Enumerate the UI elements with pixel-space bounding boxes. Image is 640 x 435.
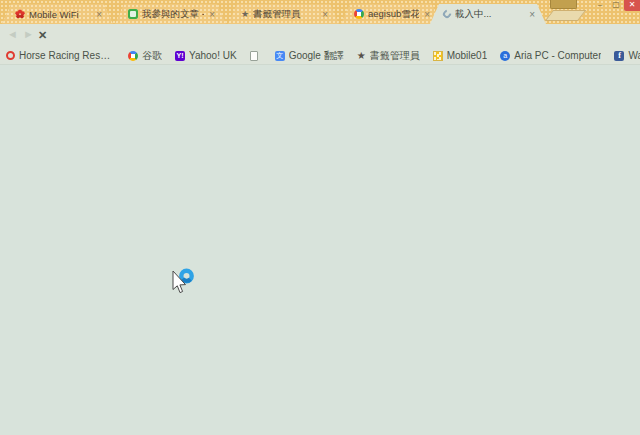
bookmark-google[interactable]: 谷歌 bbox=[128, 49, 162, 63]
bookmark-label: Aria PC - Computer bbox=[514, 50, 601, 61]
tab-loading-active[interactable]: 載入中... × bbox=[430, 4, 546, 24]
back-icon[interactable]: ◄ bbox=[7, 28, 18, 40]
close-button[interactable]: ✕ bbox=[624, 0, 640, 11]
bookmark-label: Wai Yuen bbox=[628, 50, 640, 61]
aria-pc-icon: a bbox=[500, 51, 510, 61]
tab-close-icon[interactable]: × bbox=[321, 9, 329, 20]
tab-title: aegisub雪花特效 bbox=[368, 8, 419, 21]
google-g-icon bbox=[354, 9, 364, 19]
bookmark-wai-yuen[interactable]: f Wai Yuen bbox=[614, 50, 640, 61]
bookmark-horse-racing[interactable]: Horse Racing Results bbox=[6, 50, 115, 61]
mobile01-checker-icon bbox=[433, 51, 443, 61]
star-icon: ★ bbox=[241, 9, 249, 19]
bookmark-mobile01[interactable]: Mobile01 bbox=[433, 50, 488, 61]
tab-mobile-wifi[interactable]: Mobile WiFi × bbox=[2, 4, 113, 24]
tab-my-articles[interactable]: 我參與的文章 - Mo × bbox=[115, 4, 226, 24]
tab-aegisub-search[interactable]: aegisub雪花特效 × bbox=[341, 4, 441, 24]
bookmark-untitled[interactable] bbox=[250, 51, 262, 61]
huawei-flower-icon bbox=[15, 9, 25, 19]
bookmark-label: Mobile01 bbox=[447, 50, 488, 61]
tab-title: Mobile WiFi bbox=[29, 9, 91, 20]
bookmark-yahoo-uk[interactable]: Y! Yahoo! UK bbox=[175, 50, 237, 61]
tab-close-icon[interactable]: × bbox=[423, 9, 431, 20]
maximize-button[interactable]: ▢ bbox=[608, 0, 624, 11]
tab-close-icon[interactable]: × bbox=[95, 9, 103, 20]
bookmark-aria-pc[interactable]: a Aria PC - Computer bbox=[500, 50, 601, 61]
tab-strip: Mobile WiFi × 我參與的文章 - Mo × ★ 書籤管理員 × ae… bbox=[0, 0, 640, 24]
blank-page-icon bbox=[250, 51, 258, 61]
green-site-icon bbox=[128, 9, 138, 19]
google-g-icon bbox=[128, 51, 138, 61]
horse-racing-icon bbox=[6, 51, 15, 60]
page-content-loading bbox=[0, 65, 640, 435]
bookmark-label: Yahoo! UK bbox=[189, 50, 237, 61]
tab-close-icon[interactable]: × bbox=[528, 9, 536, 20]
bookmark-bookmark-manager[interactable]: ★ 書籤管理員 bbox=[357, 49, 420, 63]
translate-icon: 文 bbox=[275, 51, 285, 61]
new-tab-button[interactable] bbox=[545, 10, 587, 21]
tab-title: 我參與的文章 - Mo bbox=[142, 8, 204, 21]
minimize-button[interactable]: – bbox=[592, 0, 608, 11]
busy-cursor-icon bbox=[168, 265, 198, 297]
yahoo-icon: Y! bbox=[175, 51, 185, 61]
bookmark-label: 書籤管理員 bbox=[370, 49, 420, 63]
bookmark-google-translate[interactable]: 文 Google 翻譯 bbox=[275, 49, 344, 63]
star-icon: ★ bbox=[357, 51, 366, 61]
bookmarks-bar: Horse Racing Results 谷歌 Y! Yahoo! UK 文 G… bbox=[0, 47, 640, 65]
tab-title: 書籤管理員 bbox=[253, 8, 317, 21]
tab-bookmark-manager[interactable]: ★ 書籤管理員 × bbox=[228, 4, 339, 24]
facebook-icon: f bbox=[614, 51, 624, 61]
profile-badge[interactable] bbox=[550, 0, 577, 9]
stop-icon[interactable]: ✕ bbox=[38, 29, 47, 42]
bookmark-label: Google 翻譯 bbox=[289, 49, 344, 63]
bookmark-label: 谷歌 bbox=[142, 49, 162, 63]
tab-title: 載入中... bbox=[455, 8, 524, 21]
loading-spinner-icon bbox=[441, 8, 452, 19]
bookmark-label: Horse Racing Results bbox=[19, 50, 115, 61]
navigation-toolbar: ◄ ► ✕ i https://www.google.co.uk/search?… bbox=[0, 24, 640, 47]
forward-icon[interactable]: ► bbox=[23, 28, 34, 40]
tab-close-icon[interactable]: × bbox=[208, 9, 216, 20]
browser-window: Mobile WiFi × 我參與的文章 - Mo × ★ 書籤管理員 × ae… bbox=[0, 0, 640, 435]
